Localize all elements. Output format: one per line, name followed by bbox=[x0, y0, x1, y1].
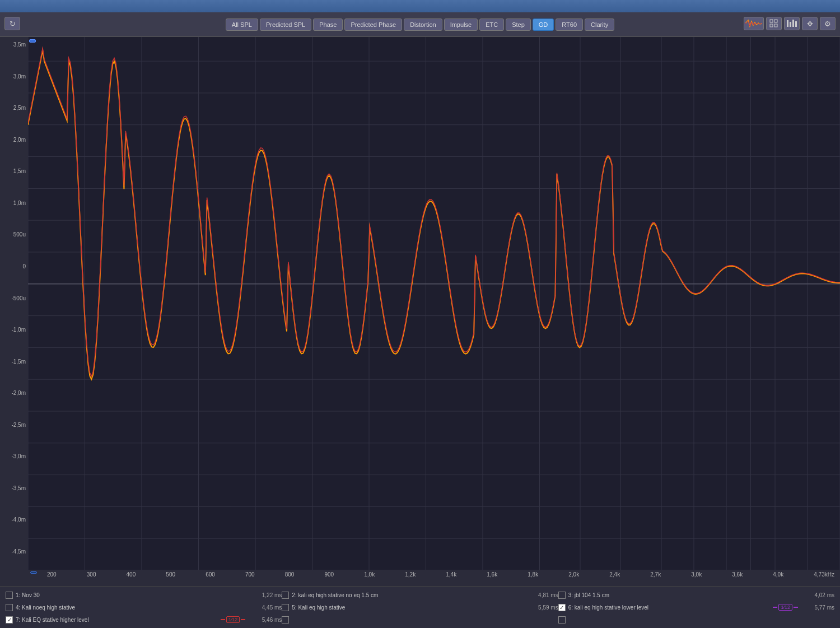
y-label: -3,0m bbox=[11, 453, 26, 459]
svg-rect-2 bbox=[770, 24, 773, 27]
x-label: 200 bbox=[47, 571, 57, 578]
x-label: 2,0k bbox=[568, 571, 579, 578]
y-label: 500u bbox=[13, 231, 26, 238]
toolbar-buttons: All SPLPredicted SPLPhasePredicted Phase… bbox=[226, 18, 614, 31]
y-label: -500u bbox=[11, 295, 26, 301]
legend-checkbox[interactable] bbox=[6, 592, 13, 599]
x-label: 700 bbox=[245, 571, 255, 578]
legend-item: 5: Kali eq high stative5,59 ms bbox=[282, 604, 558, 611]
legend-item: 2: kali eq high stative no eq 1.5 cm4,81… bbox=[282, 592, 558, 599]
legend-time: 5,77 ms bbox=[801, 604, 834, 611]
legend-checkbox[interactable] bbox=[6, 604, 13, 611]
legend-row: 4: Kali noeq high stative4,45 ms5: Kali … bbox=[6, 604, 834, 611]
x-label: 400 bbox=[127, 571, 136, 578]
y-label: -2,5m bbox=[11, 422, 26, 428]
legend-time: 4,45 ms bbox=[248, 604, 282, 611]
toolbar-btn-predicted-spl[interactable]: Predicted SPL bbox=[260, 18, 311, 31]
x-label: 800 bbox=[285, 571, 295, 578]
legend-item bbox=[282, 616, 558, 624]
toolbar-btn-predicted-phase[interactable]: Predicted Phase bbox=[344, 18, 402, 31]
x-label: 4,73kHz bbox=[814, 571, 834, 578]
settings-icon[interactable]: ⚙ bbox=[820, 17, 836, 30]
y-label: 1,0m bbox=[13, 200, 26, 206]
legend-item: ✓6: kali eq high stative lower level1⁄12… bbox=[558, 604, 834, 611]
legend-checkbox[interactable] bbox=[558, 616, 566, 624]
svg-rect-5 bbox=[790, 22, 791, 27]
legend-time: 4,81 ms bbox=[525, 592, 558, 598]
toolbar-btn-impulse[interactable]: Impulse bbox=[444, 18, 478, 31]
y-label: 2,0m bbox=[13, 137, 26, 143]
legend-time: 5,59 ms bbox=[525, 604, 558, 611]
chart-container[interactable] bbox=[28, 37, 840, 570]
x-label: 2,4k bbox=[609, 571, 620, 578]
legend-row: ✓7: Kali EQ stative higher level1⁄125,46… bbox=[6, 616, 834, 624]
y-label: 1,5m bbox=[13, 168, 26, 174]
x-axis-labels: 2003004005006007008009001,0k1,2k1,4k1,6k… bbox=[41, 571, 840, 578]
back-icon[interactable]: ↻ bbox=[4, 17, 20, 30]
svg-rect-3 bbox=[774, 24, 777, 27]
main-area: 3,5m3,0m2,5m2,0m1,5m1,0m500u0-500u-1,0m-… bbox=[0, 37, 840, 570]
toolbar-btn-clarity[interactable]: Clarity bbox=[585, 18, 614, 31]
legend: 1: Nov 301,22 ms2: kali eq high stative … bbox=[0, 586, 840, 628]
toolbar-btn-phase[interactable]: Phase bbox=[313, 18, 343, 31]
legend-label: 4: Kali noeq high stative bbox=[16, 604, 245, 611]
x-label: 1,8k bbox=[528, 571, 538, 578]
title-bar bbox=[0, 0, 840, 12]
y-label: -1,0m bbox=[11, 327, 26, 333]
y-label: -3,5m bbox=[11, 485, 26, 491]
legend-checkbox[interactable]: ✓ bbox=[558, 604, 566, 611]
x-label: 1,0k bbox=[364, 571, 375, 578]
toolbar-btn-etc[interactable]: ETC bbox=[479, 18, 504, 31]
svg-rect-6 bbox=[792, 20, 794, 27]
y-label: -2,0m bbox=[11, 390, 26, 396]
y-label: 2,5m bbox=[13, 105, 26, 111]
y-label: -4,0m bbox=[11, 517, 26, 523]
current-value-badge bbox=[29, 39, 36, 43]
legend-checkbox[interactable]: ✓ bbox=[6, 616, 13, 624]
legend-label: 7: Kali EQ stative higher level bbox=[16, 617, 218, 623]
chart-svg bbox=[28, 37, 840, 570]
svg-rect-7 bbox=[795, 21, 797, 27]
legend-indicator: 1⁄12 bbox=[773, 604, 798, 611]
y-label: -1,5m bbox=[11, 359, 26, 365]
toolbar-btn-rt60[interactable]: RT60 bbox=[556, 18, 583, 31]
x-label: 1,6k bbox=[487, 571, 497, 578]
x-label: 3,6k bbox=[732, 571, 743, 578]
toolbar-btn-gd[interactable]: GD bbox=[533, 18, 554, 31]
legend-time: 1,22 ms bbox=[248, 592, 282, 598]
x-label: 600 bbox=[206, 571, 215, 578]
y-axis: 3,5m3,0m2,5m2,0m1,5m1,0m500u0-500u-1,0m-… bbox=[0, 37, 28, 570]
y-label: 0 bbox=[22, 263, 26, 269]
x-label: 4,0k bbox=[773, 571, 783, 578]
toolbar-btn-step[interactable]: Step bbox=[506, 18, 531, 31]
toolbar: All SPLPredicted SPLPhasePredicted Phase… bbox=[0, 12, 840, 37]
legend-label: 3: jbl 104 1.5 cm bbox=[568, 592, 798, 598]
legend-checkbox[interactable] bbox=[558, 592, 566, 599]
legend-item: 1: Nov 301,22 ms bbox=[6, 592, 282, 599]
y-label: 3,5m bbox=[13, 41, 26, 48]
bars-icon[interactable] bbox=[784, 17, 800, 30]
legend-item: 4: Kali noeq high stative4,45 ms bbox=[6, 604, 282, 611]
x-label: 500 bbox=[166, 571, 175, 578]
expand-icon[interactable]: ✥ bbox=[802, 17, 818, 30]
legend-item bbox=[558, 616, 834, 624]
legend-label: 2: kali eq high stative no eq 1.5 cm bbox=[292, 592, 521, 598]
x-label: 1,4k bbox=[446, 571, 456, 578]
legend-checkbox[interactable] bbox=[282, 592, 289, 599]
legend-label: 1: Nov 30 bbox=[16, 592, 245, 598]
legend-item: ✓7: Kali EQ stative higher level1⁄125,46… bbox=[6, 616, 282, 624]
svg-rect-0 bbox=[770, 20, 773, 22]
y-label: -4,5m bbox=[11, 548, 26, 555]
wave-icon[interactable] bbox=[744, 17, 764, 30]
toolbar-btn-distortion[interactable]: Distortion bbox=[404, 18, 442, 31]
x-label: 3,0k bbox=[691, 571, 702, 578]
legend-row: 1: Nov 301,22 ms2: kali eq high stative … bbox=[6, 592, 834, 599]
toolbar-btn-all-spl[interactable]: All SPL bbox=[226, 18, 258, 31]
y-label: 3,0m bbox=[13, 73, 26, 80]
x-label: 2,7k bbox=[650, 571, 661, 578]
right-tools: ✥ ⚙ bbox=[744, 17, 836, 30]
grid-icon[interactable] bbox=[766, 17, 782, 30]
legend-checkbox[interactable] bbox=[282, 616, 289, 624]
legend-checkbox[interactable] bbox=[282, 604, 289, 611]
legend-time: 5,46 ms bbox=[248, 617, 282, 623]
